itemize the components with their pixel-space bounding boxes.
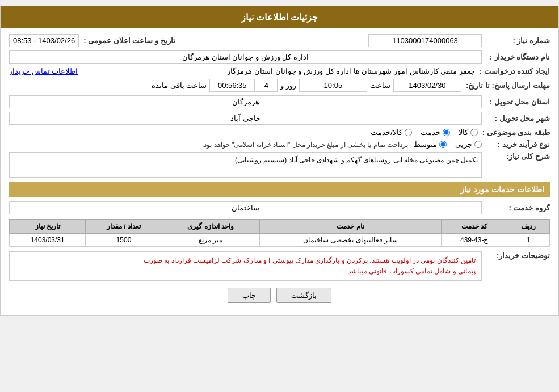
cell-row: 1 [507, 234, 550, 247]
city-value: حاجی آباد [9, 112, 482, 125]
announce-date-value: 1403/02/26 - 08:53 [9, 34, 79, 47]
back-button[interactable]: بازگشت [276, 288, 331, 303]
row-category: طبقه بندی موضوعی : کالا خدمت کالا/خدمت [9, 128, 550, 137]
row-creator: ایجاد کننده درخواست : جعفر متقی کارشناس … [9, 67, 550, 75]
buyer-notes-line1: تامین کنندگان بومی در اولویت هستند، برکر… [15, 255, 476, 266]
row-group: گروه خدمت : ساختمان [9, 201, 550, 214]
process-jazei[interactable]: جزیی [455, 140, 482, 149]
services-table-section: ردیف کد خدمت نام خدمت واحد اندازه گیری ت… [9, 219, 550, 247]
services-table: ردیف کد خدمت نام خدمت واحد اندازه گیری ت… [9, 219, 550, 247]
process-radio-group: جزیی متوسط [414, 140, 482, 149]
process-jazei-radio[interactable] [474, 141, 482, 148]
category-khedmat[interactable]: خدمت [421, 128, 450, 137]
row-need-number: شماره نیاز : 1103000174000063 تاریخ و سا… [9, 34, 550, 47]
process-label: نوع فرآیند خرید : [482, 140, 550, 149]
creator-label: ایجاد کننده درخواست : [475, 67, 550, 75]
category-kala-khedmat[interactable]: کالا/خدمت [371, 128, 412, 137]
category-khedmat-radio[interactable] [443, 129, 450, 136]
table-body: 1 ج-43-439 سایر فعالیتهای تخصصی ساختمان … [10, 234, 550, 247]
button-row: بازگشت چاپ [9, 288, 550, 303]
category-kala-khedmat-radio[interactable] [405, 129, 412, 136]
need-number-value: 1103000174000063 [368, 34, 482, 47]
table-row: 1 ج-43-439 سایر فعالیتهای تخصصی ساختمان … [10, 234, 550, 247]
category-kala-khedmat-label: کالا/خدمت [371, 128, 402, 137]
process-motavasset[interactable]: متوسط [414, 140, 447, 149]
col-count: تعداد / مقدار [86, 220, 162, 234]
buyer-org-label: نام دستگاه خریدار : [482, 53, 550, 61]
row-city: شهر محل تحویل : حاجی آباد [9, 112, 550, 125]
page-header: جزئیات اطلاعات نیاز [1, 6, 558, 28]
category-khedmat-label: خدمت [421, 128, 440, 137]
row-need-desc: شرح کلی نیاز: [9, 152, 550, 178]
buyer-notes-label: توضیحات خریدار: [482, 251, 550, 260]
need-desc-textarea[interactable] [9, 152, 482, 178]
cell-unit: متر مربع [162, 234, 259, 247]
reply-date: 1403/02/30 [393, 79, 461, 92]
reply-deadline-label: مهلت ارسال پاسخ: تا تاریخ: [461, 81, 550, 90]
reply-remaining-label: ساعت باقی مانده [149, 81, 209, 90]
col-row: ردیف [507, 220, 550, 234]
buyer-org-value: اداره کل ورزش و جوانان استان هرمزگان [9, 50, 482, 64]
reply-time-label: ساعت [367, 81, 393, 90]
content-area: شماره نیاز : 1103000174000063 تاریخ و سا… [1, 28, 558, 315]
reply-remaining: 00:56:35 [209, 79, 255, 92]
buyer-notes-box: تامین کنندگان بومی در اولویت هستند، برکر… [9, 251, 482, 281]
category-kala-label: کالا [459, 128, 468, 137]
row-process: نوع فرآیند خرید : جزیی متوسط پرداخت تمام… [9, 140, 550, 149]
category-kala[interactable]: کالا [459, 128, 478, 137]
group-value: ساختمان [9, 201, 482, 214]
main-container: جزئیات اطلاعات نیاز شماره نیاز : 1103000… [0, 6, 559, 316]
page-title: جزئیات اطلاعات نیاز [241, 12, 318, 22]
col-unit: واحد اندازه گیری [162, 220, 259, 234]
process-jazei-label: جزیی [455, 140, 472, 149]
announce-date-label: تاریخ و ساعت اعلان عمومی : [79, 36, 175, 45]
need-desc-label: شرح کلی نیاز: [482, 152, 550, 161]
row-province: استان محل تحویل : هرمزگان [9, 95, 550, 108]
province-label: استان محل تحویل : [482, 98, 550, 106]
row-reply-deadline: مهلت ارسال پاسخ: تا تاریخ: 1403/02/30 سا… [9, 79, 550, 92]
cell-code: ج-43-439 [442, 234, 507, 247]
creator-link[interactable]: اطلاعات تماس خریدار [9, 67, 78, 75]
category-kala-radio[interactable] [470, 129, 478, 136]
services-section-header: اطلاعات خدمات مورد نیاز [9, 182, 550, 197]
process-note: پرداخت تمام یا بخشی از مبلغ خریدار محل "… [202, 141, 408, 149]
row-buyer-notes: توضیحات خریدار: تامین کنندگان بومی در او… [9, 251, 550, 281]
buyer-notes-line2: پیمانی و شامل تمامی کسورات قانونی میباشد [15, 266, 476, 277]
category-radio-group: کالا خدمت کالا/خدمت [371, 128, 478, 137]
print-button[interactable]: چاپ [228, 288, 271, 303]
cell-date: 1403/03/31 [10, 234, 86, 247]
group-label: گروه خدمت : [482, 204, 550, 212]
category-label: طبقه بندی موضوعی : [478, 128, 550, 137]
province-value: هرمزگان [9, 95, 482, 108]
process-motavasset-radio[interactable] [439, 141, 447, 148]
creator-value: جعفر متقی کارشناس امور شهرستان ها اداره … [78, 67, 475, 75]
reply-day-label: روز و [278, 81, 299, 90]
col-name: نام خدمت [259, 220, 442, 234]
col-date: تاریخ نیاز [10, 220, 86, 234]
cell-count: 1500 [86, 234, 162, 247]
process-motavasset-label: متوسط [414, 140, 437, 149]
reply-time: 10:05 [299, 79, 367, 92]
city-label: شهر محل تحویل : [482, 114, 550, 123]
cell-name: سایر فعالیتهای تخصصی ساختمان [259, 234, 442, 247]
reply-day: 4 [255, 79, 278, 92]
col-code: کد خدمت [442, 220, 507, 234]
row-buyer-org: نام دستگاه خریدار : اداره کل ورزش و جوان… [9, 50, 550, 64]
table-header: ردیف کد خدمت نام خدمت واحد اندازه گیری ت… [10, 220, 550, 234]
need-number-label: شماره نیاز : [482, 36, 550, 45]
